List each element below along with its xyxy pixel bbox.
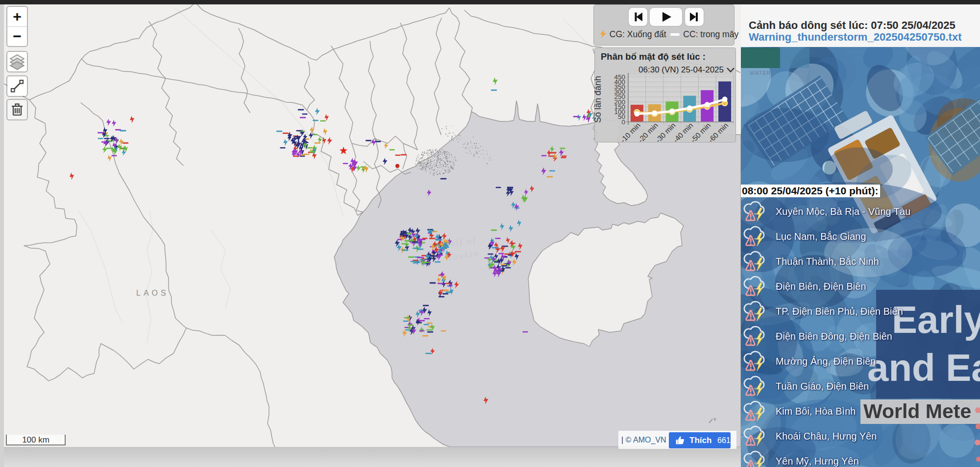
svg-text:WATER: WATER: [750, 70, 771, 76]
svg-text:LAOS: LAOS: [136, 289, 169, 297]
svg-text:Số lần đánh: Số lần đánh: [593, 76, 603, 123]
svg-text:-60 min: -60 min: [707, 121, 730, 144]
